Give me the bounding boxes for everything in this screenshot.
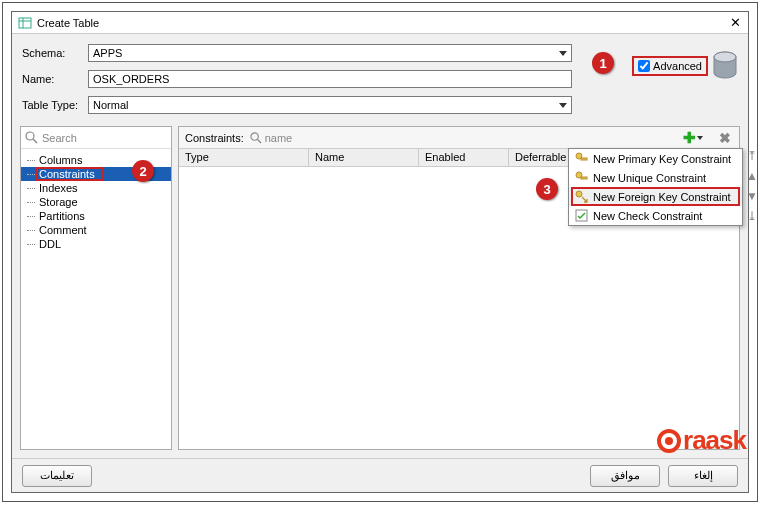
key-icon — [575, 152, 588, 165]
callout-3: 3 — [536, 178, 558, 200]
menu-new-unique-label: New Unique Constraint — [593, 172, 706, 184]
svg-point-4 — [714, 52, 736, 62]
move-bottom-icon[interactable]: ⤓ — [745, 209, 759, 223]
svg-point-5 — [26, 132, 34, 140]
callout-1: 1 — [592, 52, 614, 74]
add-constraint-button[interactable]: ✚ — [681, 130, 697, 146]
tree-item-storage[interactable]: Storage — [21, 195, 171, 209]
titlebar: Create Table ✕ — [12, 12, 748, 34]
schema-label: Schema: — [22, 47, 82, 59]
svg-point-7 — [251, 132, 258, 139]
name-field[interactable]: OSK_ORDERS — [88, 70, 572, 88]
move-down-icon[interactable]: ▼ — [745, 189, 759, 203]
table-icon — [18, 16, 32, 30]
left-search-placeholder: Search — [42, 132, 77, 144]
menu-new-check-label: New Check Constraint — [593, 210, 702, 222]
foreign-key-icon — [575, 190, 588, 203]
constraints-search[interactable]: name — [250, 132, 293, 144]
table-type-value: Normal — [93, 99, 128, 111]
menu-new-check[interactable]: New Check Constraint — [569, 206, 742, 225]
database-icon — [712, 51, 738, 81]
col-name[interactable]: Name — [309, 149, 419, 166]
key-icon — [575, 171, 588, 184]
dialog-title: Create Table — [37, 17, 728, 29]
help-button[interactable]: تعليمات — [22, 465, 92, 487]
table-type-label: Table Type: — [22, 99, 82, 111]
menu-new-pk-label: New Primary Key Constraint — [593, 153, 731, 165]
tree-item-partitions[interactable]: Partitions — [21, 209, 171, 223]
tree-item-constraints-label: Constraints — [39, 168, 95, 180]
close-icon[interactable]: ✕ — [728, 16, 742, 30]
name-label: Name: — [22, 73, 82, 85]
advanced-label: Advanced — [653, 60, 702, 72]
svg-line-8 — [257, 139, 261, 143]
search-icon — [25, 131, 38, 144]
menu-new-fk-label: New Foreign Key Constraint — [593, 191, 731, 203]
svg-rect-10 — [581, 158, 587, 160]
tree-item-indexes[interactable]: Indexes — [21, 181, 171, 195]
schema-combo[interactable]: APPS — [88, 44, 572, 62]
svg-rect-12 — [581, 177, 587, 179]
watermark: raask — [657, 425, 746, 456]
move-up-icon[interactable]: ▲ — [745, 169, 759, 183]
footer: تعليمات موافق إلغاء — [12, 458, 748, 492]
col-enabled[interactable]: Enabled — [419, 149, 509, 166]
tree-item-comment[interactable]: Comment — [21, 223, 171, 237]
menu-new-pk[interactable]: New Primary Key Constraint — [569, 149, 742, 168]
create-table-dialog: Create Table ✕ Schema: APPS 1 Advanced N… — [11, 11, 749, 493]
advanced-checkbox[interactable] — [638, 60, 650, 72]
watermark-text: raask — [683, 425, 746, 456]
svg-point-13 — [576, 191, 582, 197]
svg-rect-0 — [19, 18, 31, 28]
add-constraint-menu: New Primary Key Constraint New Unique Co… — [568, 148, 743, 226]
reorder-arrows: ⤒ ▲ ▼ ⤓ — [745, 149, 759, 223]
table-type-combo[interactable]: Normal — [88, 96, 572, 114]
tree-item-ddl[interactable]: DDL — [21, 237, 171, 251]
menu-new-unique[interactable]: New Unique Constraint — [569, 168, 742, 187]
advanced-area: 1 Advanced — [578, 46, 738, 86]
cancel-button[interactable]: إلغاء — [668, 465, 738, 487]
check-icon — [575, 209, 588, 222]
svg-line-6 — [33, 139, 37, 143]
ok-button[interactable]: موافق — [590, 465, 660, 487]
col-type[interactable]: Type — [179, 149, 309, 166]
watermark-icon — [657, 429, 681, 453]
form-section: Schema: APPS 1 Advanced Name: OSK_ORDERS… — [12, 34, 748, 120]
advanced-checkbox-wrap[interactable]: Advanced — [632, 56, 708, 76]
left-search[interactable]: Search — [21, 127, 171, 149]
category-tree: Columns Constraints Indexes Storage Part… — [21, 149, 171, 449]
constraints-heading: Constraints: — [185, 132, 244, 144]
constraints-search-placeholder: name — [265, 132, 293, 144]
schema-value: APPS — [93, 47, 122, 59]
move-top-icon[interactable]: ⤒ — [745, 149, 759, 163]
menu-new-fk[interactable]: New Foreign Key Constraint — [569, 187, 742, 206]
callout-2: 2 — [132, 160, 154, 182]
constraints-header: Constraints: name ✚ ✖ — [179, 127, 739, 149]
left-panel: Search Columns Constraints Indexes Stora… — [20, 126, 172, 450]
name-value: OSK_ORDERS — [93, 73, 169, 85]
delete-constraint-button[interactable]: ✖ — [717, 130, 733, 146]
